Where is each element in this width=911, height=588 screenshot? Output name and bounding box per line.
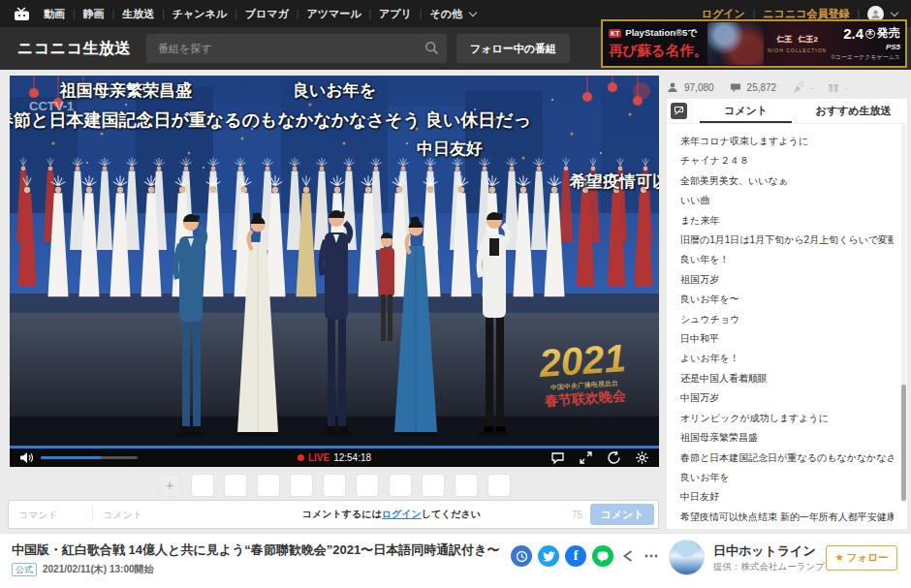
broadcast-stats: 97,080 25,872 - - [667, 78, 907, 96]
following-programs-button[interactable]: フォロー中の番組 [456, 34, 570, 63]
live-comment: 祖国万岁 [680, 270, 894, 290]
nioh-collection-label: NIOH COLLECTION [764, 47, 831, 53]
ad-line2: 再び蘇る名作。 [609, 42, 707, 60]
live-comment: 良い年を！ [680, 250, 894, 269]
nav-video[interactable]: 動画 [36, 7, 73, 21]
chevron-down-icon [469, 8, 477, 15]
live-comment: 还是中国人看着顺眼 [680, 369, 894, 388]
nicoad-icon [792, 81, 804, 94]
live-comment: シュウチョウ [680, 310, 894, 329]
nioh-logos: 仁王 仁王2 NIOH COLLECTION [764, 34, 831, 53]
command-input[interactable] [9, 501, 92, 528]
stamp-slot[interactable] [290, 474, 313, 497]
video-player[interactable]: CCTV-1 2021 中国中央广播电视总台 春节联欢晚会 祖国母亲繁荣昌盛 良… [10, 76, 659, 467]
global-nav: 動画| 静画| 生放送| チャンネル| ブロマガ| アツマール| アプリ| その… [36, 7, 476, 21]
comment-count: 25,872 [747, 82, 777, 93]
nioh1-logo: 仁王 [777, 34, 793, 45]
channel-avatar[interactable] [669, 540, 705, 575]
nav-divider: | [753, 9, 756, 19]
twitter-share-icon[interactable] [538, 545, 559, 567]
tab-comments[interactable]: コメント [692, 99, 800, 123]
program-title: 中国版・紅白歌合戦 14億人と共に見よう“春節聯歓晩会”2021〜日本語同時通訳… [12, 542, 501, 559]
live-comment: 来年コロナ収束しますように [680, 132, 894, 151]
login-notice-link[interactable]: ログイン [382, 509, 422, 519]
nicoad-count: - [810, 82, 813, 93]
comment-submit-button[interactable]: コメント [590, 504, 654, 525]
nav-atsumaru[interactable]: アツマール [298, 7, 368, 21]
stamp-slot[interactable] [191, 474, 214, 497]
stamp-bar: + [10, 474, 659, 497]
stamp-slot[interactable] [356, 474, 379, 497]
tab-recommended-live[interactable]: おすすめ生放送 [800, 99, 907, 123]
stamp-slot[interactable] [455, 474, 478, 497]
gift-icon [828, 81, 839, 93]
niconico-tv-icon[interactable] [14, 7, 30, 21]
stamp-slot[interactable] [422, 474, 445, 497]
search-input[interactable] [146, 34, 447, 63]
comments-icon [730, 82, 741, 93]
search-box [146, 34, 447, 63]
ad-artwork [707, 22, 764, 65]
comment-toggle-icon[interactable] [550, 450, 565, 465]
stamp-slot[interactable] [487, 474, 511, 497]
nav-more[interactable]: その他 [422, 7, 470, 21]
live-comment: オリンピックが成功しますように [680, 409, 894, 428]
comment-scrollbar[interactable] [901, 124, 906, 503]
volume-icon[interactable] [19, 451, 33, 464]
live-comment: チャイナ２４８ [680, 151, 894, 170]
video-scene: CCTV-1 2021 中国中央广播电视总台 春节联欢晚会 [10, 76, 659, 446]
stamp-slot[interactable] [224, 474, 247, 497]
sidebar-panel: コメント おすすめ生放送 来年コロナ収束しますように チャイナ２４８ 全部美男美… [667, 99, 907, 529]
live-comment: 良いお年を [680, 468, 894, 487]
stamp-slot[interactable] [257, 474, 280, 497]
stamp-slot[interactable] [389, 474, 412, 497]
gift-count: - [845, 82, 848, 93]
line-share-icon[interactable] [592, 545, 613, 567]
nav-divider: | [857, 9, 860, 19]
volume-slider[interactable] [41, 456, 138, 459]
share-icon[interactable] [619, 545, 637, 567]
official-badge: 公式 [12, 563, 37, 576]
settings-gear-icon[interactable] [635, 450, 649, 465]
live-comment: 希望疫情可以快点结束 新的一年所有人都平安健康！ [680, 508, 894, 527]
live-comment: 良いお年を〜 [680, 290, 894, 309]
nav-live[interactable]: 生放送 [114, 7, 162, 21]
broadcast-logo [633, 82, 650, 100]
comment-mute-icon [671, 103, 687, 119]
fullscreen-icon[interactable] [579, 450, 593, 465]
facebook-share-icon[interactable]: f [565, 545, 586, 567]
timeshift-clock-icon[interactable] [511, 545, 532, 567]
live-comment-list[interactable]: 来年コロナ収束しますように チャイナ２４８ 全部美男美女、いいなぁ いい曲 また… [667, 124, 907, 528]
nav-blomaga[interactable]: ブロマガ [237, 7, 297, 21]
login-notice: コメントするにはログインしてください [219, 508, 564, 521]
comment-input[interactable] [93, 501, 219, 528]
live-comment: 祖国母亲繁荣昌盛 [680, 428, 894, 448]
comment-form: コメントするにはログインしてください 75 コメント [8, 500, 659, 529]
live-comment: 春節と日本建国記念日が重なるのもなかなかなさそう 良い休日だっ [680, 449, 894, 468]
more-options-icon[interactable] [643, 545, 660, 567]
nav-app[interactable]: アプリ [371, 7, 420, 21]
search-icon[interactable] [424, 41, 439, 59]
nicolive-logo[interactable]: ニコニコ生放送 [17, 39, 131, 59]
nioh2-logo: 仁王2 [799, 34, 818, 45]
chevron-down-icon[interactable] [891, 8, 898, 15]
live-comment: 全部美男美女、いいなぁ [680, 171, 894, 191]
gala-logo: 2021 中国中央广播电视总台 春节联欢晚会 [537, 336, 629, 409]
scrollbar-thumb[interactable] [901, 385, 906, 501]
nav-channel[interactable]: チャンネル [165, 7, 235, 21]
ps5-logo: PS5 [831, 43, 900, 51]
cctv-watermark: CCTV-1 [29, 99, 74, 113]
add-stamp-button[interactable]: + [158, 474, 181, 497]
live-elapsed-time: 12:54:18 [333, 452, 371, 463]
comment-filter-button[interactable] [667, 99, 692, 123]
ps5-ad-banner[interactable]: KT PlayStation®5で 再び蘇る名作。 仁王 仁王2 NIOH CO… [601, 19, 907, 68]
ad-release-day: 木 [865, 29, 875, 39]
stamp-slot[interactable] [323, 474, 346, 497]
live-comment: 中国万岁 [680, 388, 894, 408]
nav-seiga[interactable]: 静画 [76, 7, 112, 21]
follow-button[interactable]: ★ フォロー [826, 545, 897, 571]
live-comment: 日中和平 [680, 329, 894, 349]
char-count: 75 [572, 510, 582, 520]
reload-icon[interactable] [607, 450, 621, 465]
channel-name[interactable]: 日中ホットライン [713, 542, 816, 560]
